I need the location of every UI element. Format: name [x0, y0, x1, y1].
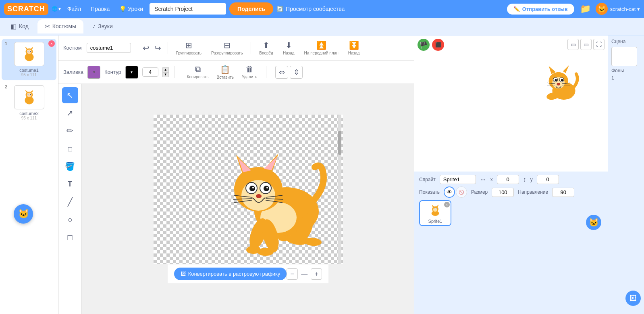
svg-marker-50 — [563, 65, 569, 73]
costume-close-1[interactable]: × — [48, 40, 55, 47]
backdrops-label: Фоны — [611, 68, 641, 73]
front-label: На передний план — [304, 51, 339, 55]
costume-item-2[interactable]: 2 costume2 95 x 111 — [2, 82, 56, 124]
delete-label: Удалить — [242, 75, 257, 79]
backward-button[interactable]: ⬇ Назад — [280, 39, 298, 57]
edit-menu[interactable]: Правка — [87, 4, 113, 14]
eraser-tool[interactable]: ◻ — [62, 140, 78, 157]
add-costume-fab[interactable]: 🐱 — [14, 204, 33, 224]
backdrop-thumbnail[interactable] — [611, 47, 637, 66]
add-sprite-fab-bottom[interactable]: 🐱 — [586, 215, 601, 230]
convert-to-bitmap-button[interactable]: 🖼 Конвертировать в растровую графику — [174, 268, 287, 280]
feedback-button[interactable]: ✏️ Отправить отзыв — [506, 3, 575, 15]
x-input[interactable] — [497, 175, 519, 184]
stroke-width-input[interactable] — [142, 67, 158, 77]
delete-button[interactable]: 🗑 Удалить — [239, 63, 260, 81]
select-tool[interactable]: ↖ — [62, 87, 78, 103]
front-icon: ⏫ — [316, 40, 326, 50]
main-layout: 1 × costume1 95 x 111 2 — [0, 36, 644, 314]
sprite-card-1[interactable]: × Sprit — [419, 200, 451, 226]
sprite-name-input[interactable] — [440, 175, 476, 184]
back-button[interactable]: ⏬ Назад — [345, 39, 363, 57]
forward-button[interactable]: ⬆ Вперёд — [256, 39, 276, 57]
pencil-tool[interactable]: ✏ — [62, 123, 78, 139]
canvas-scroll-thumb[interactable] — [338, 131, 341, 155]
stroke-label: Контур — [104, 69, 121, 75]
y-input[interactable] — [537, 175, 559, 184]
fill-color-picker[interactable]: ▾ — [87, 66, 100, 79]
costume-item-1[interactable]: 1 × costume1 95 x 111 — [2, 39, 56, 80]
flip-vertical-button[interactable]: ⇕ — [290, 66, 303, 79]
zoom-out-button[interactable]: − — [287, 268, 298, 280]
show-button[interactable]: 👁 — [444, 186, 455, 198]
costume-thumb-svg-1 — [18, 44, 40, 64]
share-button[interactable]: Поделись — [229, 2, 273, 15]
stage-fullscreen-button[interactable]: ⛶ — [593, 39, 605, 50]
rect-tool[interactable]: □ — [62, 229, 78, 245]
zoom-in-button[interactable]: + — [311, 268, 322, 280]
file-menu[interactable]: Файл — [64, 4, 84, 14]
svg-point-32 — [249, 186, 255, 191]
project-name-input[interactable] — [150, 3, 226, 15]
tab-code[interactable]: ◧ Код — [3, 19, 36, 33]
stroke-dropdown-arrow: ▾ — [131, 70, 133, 74]
zoom-controls: − — + — [287, 268, 322, 280]
stroke-width-down[interactable]: ▼ — [162, 72, 169, 77]
costume-size-2: 95 x 111 — [21, 116, 37, 120]
sounds-tab-icon: ♪ — [92, 23, 96, 30]
user-avatar[interactable]: 🐱 scratch-cat ▾ — [596, 3, 640, 15]
hide-button[interactable]: 🚫 — [456, 186, 467, 198]
front-button[interactable]: ⏫ На передний план — [301, 39, 342, 57]
line-tool[interactable]: ╱ — [62, 194, 78, 210]
canvas-background[interactable] — [154, 115, 343, 264]
stage-small-button[interactable]: ▭ — [567, 39, 579, 50]
undo-button[interactable]: ↩ — [141, 42, 151, 54]
sprite-card-close-1[interactable]: × — [444, 202, 450, 207]
costume-name-input[interactable] — [87, 43, 131, 53]
username-label: scratch-cat ▾ — [610, 6, 640, 12]
y-axis-icon: ↕ — [523, 176, 526, 183]
scratch-logo[interactable]: SCRATCH — [4, 3, 48, 15]
text-tool[interactable]: T — [62, 176, 78, 192]
fill-label: Заливка — [63, 69, 83, 75]
folder-icon-button[interactable]: 📁 — [578, 2, 592, 16]
paste-button[interactable]: 📋 Вставить — [214, 63, 237, 81]
costume-thumb-1 — [14, 42, 44, 66]
flip-horizontal-button[interactable]: ⇔ — [275, 66, 288, 79]
avatar-image: 🐱 — [596, 3, 608, 15]
copy-button[interactable]: ⧉ Копировать — [184, 63, 212, 81]
stage-canvas: 🏴 ⬛ ▭ ▭ ⛶ — [414, 36, 608, 172]
redo-button[interactable]: ↪ — [153, 42, 163, 54]
globe-button[interactable]: 🌐 ▾ — [52, 6, 61, 12]
fill-tool[interactable]: 🪣 — [62, 158, 78, 174]
stroke-width-up[interactable]: ▲ — [162, 67, 169, 72]
canvas-area: ↖ ↗ ✏ ◻ 🪣 T ╱ ○ □ — [58, 84, 414, 314]
paint-toolbar-fill: Заливка ▾ Контур ▾ ▲ ▼ ⧉ Копировать 📋 — [58, 61, 414, 84]
tutorials-button[interactable]: 💡 Уроки — [116, 4, 146, 14]
direction-input[interactable] — [552, 188, 574, 197]
stage-normal-button[interactable]: ▭ — [580, 39, 592, 50]
green-flag-button[interactable]: 🏴 — [418, 39, 430, 51]
tab-costumes[interactable]: ✂ Костюмы — [37, 19, 83, 33]
circle-tool[interactable]: ○ — [62, 211, 78, 228]
svg-point-17 — [30, 94, 31, 95]
add-backdrop-fab[interactable]: 🖼 — [625, 291, 641, 306]
costume-label: Костюм — [63, 45, 82, 51]
community-button[interactable]: 🔄 Просмотр сообщества — [276, 6, 345, 12]
stroke-color-picker[interactable]: ▾ — [125, 66, 138, 79]
sprite-info-panel: Спрайт ↔ x ↕ y Показать 👁 🚫 Размер Напра… — [414, 172, 608, 314]
tab-sounds[interactable]: ♪ Звуки — [85, 19, 120, 33]
ungroup-button[interactable]: ⊟ Разгруппировать — [208, 39, 246, 57]
svg-point-33 — [264, 186, 269, 191]
add-backdrop-area: 🖼 — [611, 81, 641, 311]
svg-marker-2 — [25, 47, 27, 49]
stop-button[interactable]: ⬛ — [432, 39, 444, 51]
sprite-card-name-1: Sprite1 — [428, 219, 442, 224]
copy-paste-group: ⧉ Копировать 📋 Вставить 🗑 Удалить — [184, 63, 260, 81]
reshape-tool[interactable]: ↗ — [62, 105, 78, 121]
costume-num-2: 2 — [5, 84, 7, 89]
code-tab-icon: ◧ — [10, 23, 17, 30]
group-button[interactable]: ⊞ Группировать — [173, 39, 205, 57]
size-input[interactable] — [492, 188, 514, 197]
canvas-scroll[interactable] — [338, 115, 341, 264]
